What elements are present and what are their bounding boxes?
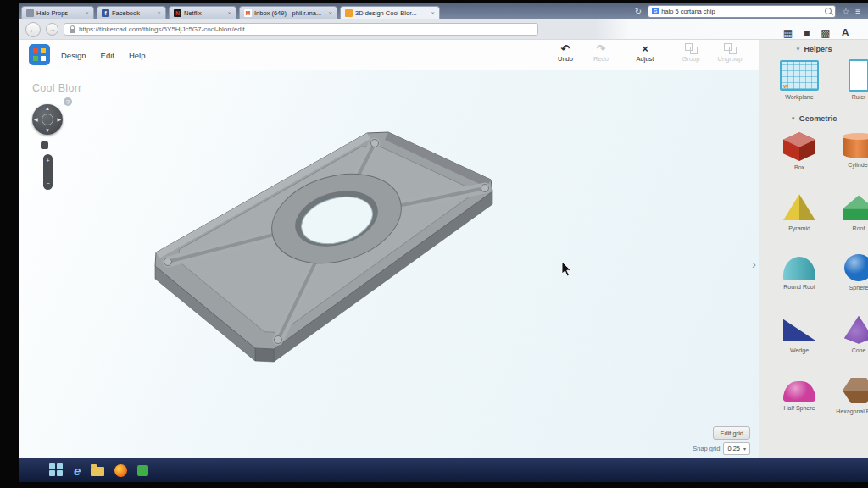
panel-collapse-chevron[interactable]: › [752, 257, 756, 271]
design-canvas[interactable]: Cool Blorr ? ▲ ▼ ◀ ▶ + − [19, 70, 759, 458]
app-menus: Design Edit Help [61, 51, 146, 60]
redo-button[interactable]: ↷ Redo [581, 42, 620, 63]
shape-hexagonal-prism[interactable]: Hexagonal Prism [829, 372, 868, 433]
orbit-down-icon[interactable]: ▼ [45, 128, 50, 133]
reload-icon[interactable]: ↻ [635, 7, 642, 16]
cylinder-shape-icon [843, 135, 868, 158]
shape-wedge[interactable]: Wedge [770, 311, 829, 372]
search-input[interactable] [661, 8, 822, 15]
orbit-up-icon[interactable]: ▲ [45, 106, 50, 111]
shape-label: Pyramid [770, 225, 829, 231]
solid-view-icon[interactable]: ■ [804, 27, 810, 39]
shape-sphere[interactable]: Sphere [829, 250, 868, 311]
screen: Halo Props × f Facebook × N Netflix × M … [19, 3, 868, 482]
lock-icon [70, 29, 75, 33]
helpers-title: Helpers [804, 45, 832, 53]
tab-label: 3D design Cool Blor... [355, 9, 417, 17]
workplane-icon [780, 60, 819, 91]
shape-cone[interactable]: Cone [829, 311, 868, 372]
snap-grid-select[interactable]: 0.25 ▾ [723, 442, 750, 455]
browser-navbar: ← → ▦ ■ ▩ A [19, 19, 868, 40]
shape-label: Cone [829, 347, 868, 353]
zoom-in-icon[interactable]: + [46, 158, 49, 164]
helpers-section-header[interactable]: ▼ Helpers [760, 40, 868, 58]
undo-button[interactable]: ↶ Undo [546, 42, 585, 63]
tab-close-icon[interactable]: × [157, 9, 161, 17]
home-view-button[interactable] [41, 141, 48, 149]
tab-facebook[interactable]: f Facebook × [97, 6, 166, 19]
adjust-button[interactable]: × Adjust [626, 42, 665, 63]
firefox-icon[interactable] [114, 464, 127, 477]
menu-help[interactable]: Help [129, 51, 146, 60]
tab-favicon: M [244, 9, 252, 17]
menu-design[interactable]: Design [61, 51, 86, 60]
file-explorer-icon[interactable] [91, 467, 104, 476]
ungroup-label: Ungroup [718, 55, 743, 63]
tab-halo-props[interactable]: Halo Props × [21, 6, 94, 19]
tab-close-icon[interactable]: × [227, 9, 231, 17]
tab-label: Facebook [112, 9, 140, 17]
ungroup-button[interactable]: Ungroup [710, 42, 749, 63]
adjust-label: Adjust [637, 55, 654, 63]
address-bar[interactable] [64, 23, 538, 36]
mouse-cursor [561, 261, 573, 277]
tab-close-icon[interactable]: × [328, 9, 332, 17]
back-button[interactable]: ← [25, 22, 41, 37]
zoom-out-icon[interactable]: − [46, 180, 49, 186]
help-icon[interactable]: ? [64, 97, 72, 106]
tinkercad-header: Design Edit Help ↶ Undo ↷ Redo × Adjust … [19, 40, 759, 70]
shape-round-roof[interactable]: Round Roof [770, 250, 829, 311]
group-button[interactable]: Group [671, 42, 710, 63]
snap-grid-row: Snap grid 0.25 ▾ [693, 442, 750, 455]
browser-menu-icon[interactable]: ≡ [855, 7, 860, 16]
shape-roof[interactable]: Roof [829, 189, 868, 250]
shape-cylinder[interactable]: Cylinder [829, 128, 868, 189]
helper-ruler[interactable]: Ruler [829, 58, 868, 109]
orbit-right-icon[interactable]: ▶ [57, 117, 61, 122]
zoom-control[interactable]: + − [43, 154, 53, 190]
snap-grid-value: 0.25 [727, 445, 740, 452]
sphere-shape-icon [844, 254, 868, 281]
view-mode-icons: ▦ ■ ▩ A [783, 26, 861, 39]
search-icon[interactable] [825, 8, 832, 14]
shape-box[interactable]: Box [770, 128, 829, 189]
roof-shape-icon [843, 193, 868, 222]
orbit-left-icon[interactable]: ◀ [34, 117, 38, 122]
grid-view-icon[interactable]: ▦ [783, 27, 793, 39]
forward-button[interactable]: → [46, 23, 58, 36]
tab-3d-design-active[interactable]: 3D design Cool Blor... × [340, 6, 440, 19]
undo-label: Undo [558, 55, 573, 63]
tinkercad-logo[interactable] [29, 44, 50, 65]
url-input[interactable] [79, 25, 532, 33]
tab-close-icon[interactable]: × [431, 9, 435, 17]
edit-grid-button[interactable]: Edit grid [713, 426, 750, 440]
tab-favicon: N [174, 9, 181, 17]
shape-label: Wedge [770, 347, 829, 353]
bookmark-star-icon[interactable]: ☆ [842, 7, 849, 16]
tab-inbox[interactable]: M Inbox (649) - phil.r.ma... × [239, 6, 337, 19]
model-3d[interactable] [103, 87, 527, 367]
helper-label: Workplane [770, 94, 829, 100]
shape-pyramid[interactable]: Pyramid [770, 189, 829, 250]
helper-label: Ruler [829, 94, 868, 100]
bricks-view-icon[interactable]: ▩ [821, 27, 830, 39]
group-icon [685, 43, 698, 54]
media-app-icon[interactable] [137, 465, 148, 476]
start-button[interactable] [49, 463, 64, 478]
undo-icon: ↶ [546, 42, 585, 55]
tab-label: Netflix [184, 9, 202, 17]
tab-netflix[interactable]: N Netflix × [169, 6, 236, 19]
orbit-control[interactable]: ▲ ▼ ◀ ▶ [32, 104, 63, 135]
geometric-section-header[interactable]: ▼ Geometric [760, 109, 868, 128]
shape-half-sphere[interactable]: Half Sphere [770, 372, 829, 433]
shapes-sidebar: ▼ Helpers Workplane Ruler ▼ Geometric [759, 40, 868, 458]
helper-workplane[interactable]: Workplane [770, 58, 829, 109]
internet-explorer-icon[interactable]: e [74, 464, 81, 477]
tab-close-icon[interactable]: × [85, 9, 89, 17]
menu-edit[interactable]: Edit [101, 51, 114, 60]
collapse-arrow-icon: ▼ [791, 116, 796, 121]
shape-label: Half Sphere [770, 405, 829, 411]
google-icon: G [652, 8, 659, 14]
snap-grid-label: Snap grid [693, 445, 720, 452]
browser-search-box[interactable]: G [648, 5, 836, 18]
